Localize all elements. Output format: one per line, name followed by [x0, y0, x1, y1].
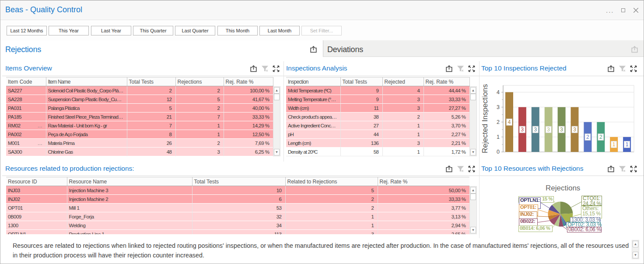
svg-text:2: 2	[497, 119, 500, 125]
svg-text:2: 2	[599, 134, 602, 140]
svg-text:2: 2	[586, 134, 589, 140]
svg-text:Rejected Inspections: Rejected Inspections	[481, 84, 489, 153]
svg-text:1: 1	[497, 134, 500, 140]
svg-text:3: 3	[547, 127, 550, 133]
svg-text:3: 3	[560, 127, 563, 133]
svg-text:4: 4	[508, 119, 511, 125]
svg-text:1: 1	[612, 141, 616, 148]
svg-text:3: 3	[534, 127, 537, 133]
svg-text:3: 3	[521, 127, 524, 133]
svg-text:3: 3	[573, 127, 576, 133]
svg-text:4: 4	[497, 89, 500, 95]
svg-text:3: 3	[497, 104, 500, 110]
svg-text:0: 0	[497, 149, 500, 155]
svg-text:1: 1	[626, 141, 629, 148]
